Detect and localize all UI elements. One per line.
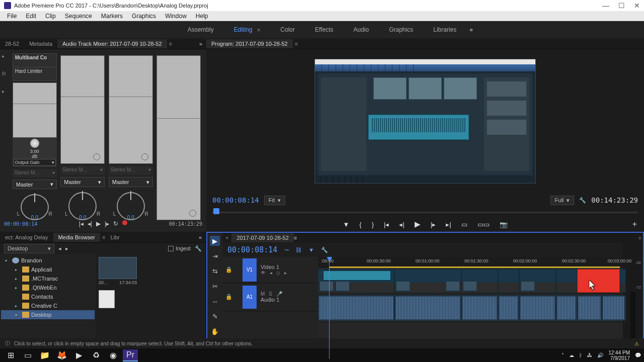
time-ruler[interactable]: :00:00 00:00:30:00 00:01:00:00 00:01:30:… xyxy=(318,257,623,268)
ws-audio[interactable]: Audio xyxy=(353,26,369,33)
audio-clip[interactable] xyxy=(461,295,498,321)
record-icon[interactable] xyxy=(122,220,127,225)
pan-knob-3[interactable] xyxy=(117,192,145,220)
menu-graphics[interactable]: Graphics xyxy=(128,12,160,21)
sequence-tab[interactable]: 2017-07-09 10-28-52 xyxy=(231,233,293,242)
ws-graphics[interactable]: Graphics xyxy=(389,26,413,33)
output-assign-3[interactable]: Master▾ xyxy=(109,177,153,187)
file-icon[interactable] xyxy=(99,290,115,308)
video-clip[interactable] xyxy=(498,269,519,293)
timeline-timecode[interactable]: 00:00:08:14 xyxy=(227,245,277,254)
seq-tab-menu-icon[interactable]: ≡ xyxy=(294,235,297,241)
ws-assembly[interactable]: Assembly xyxy=(188,26,214,33)
fx-slot-limiter[interactable]: Hard Limiter xyxy=(13,67,57,81)
program-scrubber[interactable] xyxy=(212,208,638,217)
chevron-down-icon[interactable]: ▾ xyxy=(52,160,54,165)
nav-back-icon[interactable]: ◂ xyxy=(58,245,61,252)
tab-audio-mixer[interactable]: Audio Track Mixer: 2017-07-09 10-28-52 xyxy=(57,39,167,48)
notification-icon[interactable]: 💬 xyxy=(635,352,641,358)
playhead-icon[interactable] xyxy=(213,208,219,214)
mark-in-icon[interactable]: { xyxy=(359,221,361,228)
selection-tool-icon[interactable]: ▶ xyxy=(210,236,220,246)
system-clock[interactable]: 12:44 PM 7/9/2017 xyxy=(608,350,630,361)
menu-help[interactable]: Help xyxy=(192,12,212,21)
menu-markers[interactable]: Markers xyxy=(97,12,127,21)
ws-editing-menu-icon[interactable]: ≡ xyxy=(257,27,260,33)
firefox-icon[interactable]: 🦊 xyxy=(54,349,69,361)
pan-knob-1[interactable] xyxy=(21,194,49,220)
target-v1[interactable]: V1 xyxy=(243,258,257,282)
ws-color[interactable]: Color xyxy=(280,26,295,33)
nav-fwd-icon[interactable]: ▸ xyxy=(65,245,68,252)
close-button[interactable]: ✕ xyxy=(634,2,640,10)
timeline-playhead[interactable] xyxy=(329,257,330,359)
ws-editing[interactable]: Editing xyxy=(234,26,253,33)
tab-media-browser[interactable]: Media Browser xyxy=(53,233,100,242)
audio-clip[interactable] xyxy=(519,295,556,321)
marker-icon[interactable]: ▼ xyxy=(308,247,314,253)
video-track-1[interactable] xyxy=(318,268,623,294)
tab-menu-icon[interactable]: ≡ xyxy=(169,41,172,47)
media-thumbnail[interactable]: 20...17:34:03 xyxy=(99,257,137,285)
filter-wrench-icon[interactable]: 🔧 xyxy=(195,245,202,252)
settings-wrench-icon[interactable]: 🔧 xyxy=(579,197,586,204)
go-to-in-icon[interactable]: |◂ xyxy=(79,220,84,227)
tree-item[interactable]: .MCTransc xyxy=(31,276,58,282)
voice-over-icon[interactable]: 🎤 xyxy=(276,291,282,297)
add-marker-icon[interactable]: ▼ xyxy=(343,221,349,228)
network-icon[interactable]: 🖧 xyxy=(587,352,592,358)
tree-item[interactable]: Contacts xyxy=(31,294,53,300)
blender-icon[interactable]: ♻ xyxy=(89,349,104,361)
button-editor-icon[interactable]: + xyxy=(632,220,637,229)
loop-icon[interactable]: ↻ xyxy=(113,220,118,227)
tab-metadata[interactable]: Metadata xyxy=(24,39,57,48)
mute-button[interactable]: M xyxy=(261,291,265,297)
ws-overflow-icon[interactable]: » xyxy=(469,26,473,33)
program-preview[interactable] xyxy=(314,59,536,184)
menu-file[interactable]: File xyxy=(3,12,21,21)
bluetooth-icon[interactable]: ᛒ xyxy=(579,352,582,358)
media-overflow-icon[interactable]: » xyxy=(199,234,202,240)
hand-tool-icon[interactable]: ✋ xyxy=(210,326,220,336)
ws-libraries[interactable]: Libraries xyxy=(433,26,456,33)
pan-knob-2[interactable] xyxy=(68,192,97,220)
task-view-icon[interactable]: ▭ xyxy=(20,349,35,361)
step-forward-button[interactable]: |▸ xyxy=(431,221,436,228)
stereo-send[interactable]: Stereo M...▾ xyxy=(13,169,57,177)
step-fwd-icon[interactable]: |▸ xyxy=(105,220,109,227)
maximize-button[interactable]: ☐ xyxy=(618,2,625,10)
panel-overflow-icon[interactable]: » xyxy=(199,41,202,47)
gain-knob-icon[interactable] xyxy=(30,139,39,148)
audio-track-1[interactable] xyxy=(318,294,623,322)
premiere-taskbar-icon[interactable]: Pr xyxy=(123,349,138,361)
tree-item[interactable]: Applicati xyxy=(31,266,52,273)
pen-tool-icon[interactable]: ✎ xyxy=(210,311,220,321)
minimize-button[interactable]: — xyxy=(602,2,609,10)
vlc-icon[interactable]: ▶ xyxy=(71,349,87,361)
video-clip[interactable] xyxy=(394,269,461,293)
ripple-tool-icon[interactable]: ⇆ xyxy=(210,266,220,276)
menu-clip[interactable]: Clip xyxy=(41,12,60,21)
ingest-checkbox[interactable]: Ingest xyxy=(168,245,191,251)
resolution-select[interactable]: Full▾ xyxy=(550,196,575,205)
menu-edit[interactable]: Edit xyxy=(22,12,40,21)
lift-icon[interactable]: ▭ xyxy=(461,221,467,228)
track-select-tool-icon[interactable]: ⇥ xyxy=(210,251,220,261)
mixer-timecode-in[interactable]: 00:00:08:14 xyxy=(4,221,37,227)
mark-out-icon[interactable]: } xyxy=(372,221,374,228)
program-timecode[interactable]: 00:00:08:14 xyxy=(212,196,259,204)
lock-v1-icon[interactable]: 🔒 xyxy=(225,266,232,273)
video-clip[interactable] xyxy=(519,269,556,293)
menu-sequence[interactable]: Sequence xyxy=(61,12,96,21)
ws-effects[interactable]: Effects xyxy=(315,26,333,33)
file-explorer-icon[interactable]: 📁 xyxy=(37,349,52,361)
tree-user[interactable]: Brandon xyxy=(21,257,42,263)
video-clip[interactable] xyxy=(461,269,498,293)
stereo-send-3[interactable]: Stereo M...▾ xyxy=(109,166,153,175)
timeline-settings-icon[interactable]: 🔧 xyxy=(321,247,328,253)
step-back-button[interactable]: ◂| xyxy=(399,221,404,228)
lock-a1-icon[interactable]: 🔒 xyxy=(225,294,232,300)
solo-button[interactable]: S xyxy=(269,291,272,297)
tab-project[interactable]: ect: Analog Delay xyxy=(0,233,53,242)
target-a1[interactable]: A1 xyxy=(243,286,257,309)
